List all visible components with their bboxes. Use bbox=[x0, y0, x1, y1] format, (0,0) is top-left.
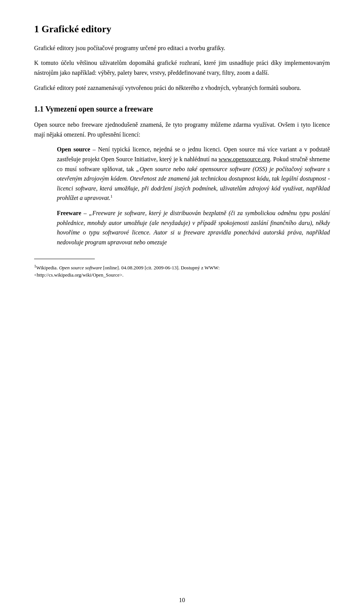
footnote-url: <http://cs.wikipedia.org/wiki/Open_Sourc… bbox=[34, 272, 124, 278]
heading-2: 1.1 Vymezení open source a freeware bbox=[34, 104, 330, 114]
paragraph-2: K tomuto účelu většinou uživatelům dopom… bbox=[34, 58, 330, 77]
opensource-dash: – bbox=[90, 146, 98, 153]
opensource-link[interactable]: www.opensource.org bbox=[219, 156, 270, 162]
footnote-italic: Open source software bbox=[59, 265, 102, 271]
footnote-ref-1: 1 bbox=[110, 194, 113, 198]
page: 1 Grafické editory Grafické editory jsou… bbox=[0, 0, 364, 615]
freeware-dash: – bbox=[81, 210, 89, 216]
page-number: 10 bbox=[0, 597, 364, 604]
opensource-paragraph: Open source – Není typická licence, neje… bbox=[57, 145, 330, 203]
heading-1: 1 Grafické editory bbox=[34, 23, 330, 36]
freeware-label: Freeware bbox=[57, 210, 81, 216]
freeware-paragraph: Freeware – „Freeware je software, který … bbox=[57, 208, 330, 247]
footnote-text: Wikipedia. bbox=[36, 265, 59, 271]
freeware-italic: „Freeware je software, který je distribu… bbox=[57, 210, 330, 245]
footnote-section: 1Wikipedia. Open source software [online… bbox=[34, 263, 330, 279]
footnote-divider bbox=[34, 259, 95, 259]
paragraph-1: Grafické editory jsou počítačové program… bbox=[34, 43, 330, 53]
opensource-label: Open source bbox=[57, 146, 90, 153]
paragraph-4: Open source nebo freeware zjednodušeně z… bbox=[34, 120, 330, 139]
paragraph-3: Grafické editory poté zaznamenávají vytv… bbox=[34, 83, 330, 93]
footnote-text2: [online]. 04.08.2009 [cit. 2009-06-13]. … bbox=[102, 265, 220, 271]
